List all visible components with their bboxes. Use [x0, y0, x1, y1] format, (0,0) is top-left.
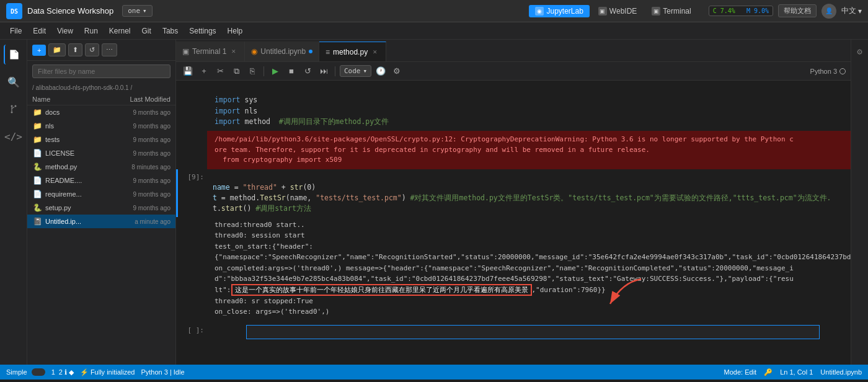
- initialized-icon: ⚡: [80, 368, 89, 376]
- run-button[interactable]: ▶: [268, 64, 282, 78]
- env-tab-jupyterlab[interactable]: ◉ JupyterLab: [529, 5, 589, 17]
- diamond-icon: ◆: [69, 368, 74, 376]
- file-item-license[interactable]: 📄 LICENSE 9 months ago: [27, 146, 175, 160]
- fast-forward-button[interactable]: ⏭: [317, 64, 330, 78]
- file-filter-input[interactable]: [32, 64, 170, 78]
- activity-code-icon[interactable]: </>: [4, 127, 24, 146]
- menu-help[interactable]: Help: [223, 25, 248, 37]
- file-icon: 📄: [32, 189, 42, 199]
- file-name: setup.py: [45, 204, 115, 211]
- status-line-col: 1 2 ℹ ◆: [51, 368, 74, 376]
- file-item-method-py[interactable]: 🐍 method.py 8 minutes ago: [27, 160, 175, 174]
- file-item-setup-py[interactable]: 🐍 setup.py 9 months ago: [27, 201, 175, 215]
- jupyterlab-icon: ◉: [535, 7, 544, 16]
- sidebar-refresh-btn[interactable]: ↺: [85, 43, 99, 56]
- cell-9-row: [9]: name = "thread" + str(0) t = method…: [176, 169, 851, 217]
- statusbar: Simple 1 2 ℹ ◆ ⚡ Fully initialized Pytho…: [0, 365, 868, 380]
- save-button[interactable]: 💾: [181, 64, 195, 78]
- webide-label: WebIDE: [609, 7, 637, 16]
- folder-icon: 📁: [32, 135, 42, 144]
- file-modified: 9 months ago: [115, 177, 170, 184]
- menu-kernel[interactable]: Kernel: [104, 25, 136, 37]
- file-name: Untitled.ip...: [45, 218, 115, 225]
- cell-type-selector[interactable]: Code ▾: [340, 65, 371, 77]
- env-tab-webide[interactable]: ▣ WebIDE: [592, 5, 643, 17]
- clock-button[interactable]: 🕐: [374, 64, 388, 78]
- unsaved-dot: [309, 50, 312, 53]
- col-number: 2: [59, 368, 63, 376]
- sidebar-more-btn[interactable]: ⋯: [102, 43, 117, 56]
- sidebar-folder-btn[interactable]: 📁: [48, 43, 66, 56]
- language-selector[interactable]: 中文 ▾: [841, 6, 862, 16]
- cell-empty-content[interactable]: [209, 322, 851, 342]
- cut-button[interactable]: ✂: [213, 64, 227, 78]
- sidebar-header: + 📁 ⬆ ↺ ⋯: [27, 40, 175, 61]
- menu-file[interactable]: File: [5, 25, 27, 37]
- app-logo: DS: [6, 3, 22, 19]
- tab-close-button[interactable]: ✕: [229, 47, 238, 56]
- help-button[interactable]: 帮助文档: [778, 4, 817, 17]
- python-version-label: Python 3: [810, 68, 837, 75]
- sidebar-upload-btn[interactable]: ⬆: [68, 43, 82, 56]
- cell-9-content: name = "thread" + str(0) t = method.Test…: [209, 169, 851, 217]
- status-mode: Simple: [6, 368, 45, 376]
- activity-bar: 🔍 </>: [0, 40, 27, 365]
- mode-indicator: [32, 368, 45, 376]
- stop-button[interactable]: ■: [285, 64, 298, 78]
- chevron-down-icon: ▾: [363, 67, 368, 75]
- python-icon: 🐍: [32, 203, 42, 213]
- activity-files-icon[interactable]: [4, 45, 24, 64]
- menu-edit[interactable]: Edit: [28, 25, 51, 37]
- main-layout: 🔍 </> + 📁 ⬆ ↺ ⋯ / alibabacloud-nls-pytho…: [0, 40, 868, 365]
- svg-point-5: [11, 112, 12, 113]
- restart-button[interactable]: ↺: [301, 64, 314, 78]
- right-settings-icon[interactable]: ⚙: [853, 45, 867, 58]
- tab-method-py[interactable]: ≡ method.py ✕: [319, 42, 386, 61]
- menu-view[interactable]: View: [52, 25, 78, 37]
- code-content[interactable]: import sys import nls import method #调用同…: [176, 81, 851, 365]
- tab-label: Terminal 1: [192, 47, 226, 56]
- file-item-readme[interactable]: 📄 README.... 9 months ago: [27, 174, 175, 187]
- python-icon: 🐍: [32, 162, 42, 172]
- activity-git-icon[interactable]: [4, 99, 24, 119]
- cell-type-label: Code: [344, 67, 361, 75]
- file-item-docs[interactable]: 📁 docs 9 months ago: [27, 105, 175, 119]
- cpu-memory-badge: C 7.4% M 9.0%: [709, 6, 773, 16]
- cell-9-number: [9]:: [178, 169, 209, 217]
- sidebar: + 📁 ⬆ ↺ ⋯ / alibabacloud-nls-python-sdk-…: [27, 40, 176, 365]
- plus-icon: +: [37, 47, 41, 54]
- status-filename: Untitled.ipynb: [820, 368, 862, 376]
- file-item-untitled-notebook[interactable]: 📓 Untitled.ip... a minute ago: [27, 215, 175, 228]
- file-item-tests[interactable]: 📁 tests 9 months ago: [27, 133, 175, 146]
- svg-line-7: [12, 107, 14, 109]
- import-code-block: import sys import nls import method #调用同…: [176, 81, 851, 131]
- menu-tabs[interactable]: Tabs: [157, 25, 183, 37]
- path-breadcrumb: / alibabacloud-nls-python-sdk-0.0.1 /: [27, 82, 175, 94]
- empty-cell-input[interactable]: [246, 325, 820, 339]
- branch-selector[interactable]: one ▾: [122, 5, 153, 17]
- file-modified: 9 months ago: [115, 123, 170, 130]
- folder-icon: 📁: [32, 107, 42, 117]
- status-initialized: ⚡ Fully initialized: [80, 368, 135, 376]
- copy-button[interactable]: ⧉: [229, 64, 243, 78]
- menu-settings[interactable]: Settings: [184, 25, 221, 37]
- activity-search-icon[interactable]: 🔍: [4, 72, 24, 92]
- menu-git[interactable]: Git: [137, 25, 156, 37]
- cell-in-label: [9]:: [188, 173, 205, 181]
- status-info-icon: ℹ: [64, 368, 67, 376]
- tab-untitled-ipynb[interactable]: ◉ Untitled.ipynb: [245, 42, 319, 61]
- file-item-requirements[interactable]: 📄 requireme... 9 months ago: [27, 187, 175, 201]
- file-name: tests: [45, 136, 115, 143]
- file-item-nls[interactable]: 📁 nls 9 months ago: [27, 119, 175, 133]
- env-tab-terminal[interactable]: ▣ Terminal: [645, 5, 697, 17]
- add-cell-button[interactable]: +: [197, 64, 211, 78]
- new-file-button[interactable]: +: [32, 45, 46, 56]
- file-name: docs: [45, 109, 115, 116]
- py-tab-icon: ≡: [326, 48, 330, 56]
- settings-button[interactable]: ⚙: [390, 64, 404, 78]
- menu-run[interactable]: Run: [79, 25, 103, 37]
- tab-close-button[interactable]: ✕: [371, 48, 379, 56]
- paste-button[interactable]: ⎘: [246, 64, 259, 78]
- branch-chevron-icon: ▾: [143, 7, 147, 15]
- tab-terminal1[interactable]: ▣ Terminal 1 ✕: [176, 42, 245, 61]
